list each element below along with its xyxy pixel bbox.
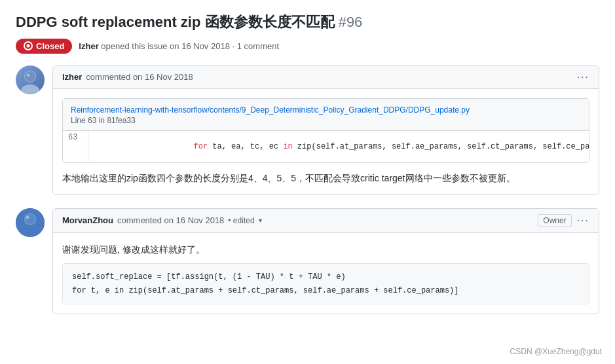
code-row: 63 for ta, ea, tc, ec in zip(self.at_par… xyxy=(63,131,589,162)
svg-point-7 xyxy=(25,214,35,225)
commenter-name-2[interactable]: MorvanZhou xyxy=(62,215,113,225)
comment-body-1: Reinforcement-learning-with-tensorflow/c… xyxy=(53,89,599,194)
closed-icon xyxy=(24,41,33,50)
comment-main-2: MorvanZhou commented on 16 Nov 2018 • ed… xyxy=(52,208,599,314)
comment-header-left-1: lzher commented on 16 Nov 2018 xyxy=(62,72,193,82)
svg-point-1 xyxy=(21,84,39,94)
avatar-lzher xyxy=(16,65,45,94)
comment-date-1: commented on 16 Nov 2018 xyxy=(86,72,193,82)
code-block-line-1: self.soft_replace = [tf.assign(t, (1 - T… xyxy=(72,270,580,283)
commenter-name-1[interactable]: lzher xyxy=(62,72,82,82)
issue-number: #96 xyxy=(339,14,363,30)
comment-header-right-2: Owner ··· xyxy=(538,214,589,227)
page-wrapper: DDPG soft replacement zip 函数参数长度不匹配 #96 … xyxy=(0,0,615,364)
svg-point-9 xyxy=(26,215,29,219)
code-table: 63 for ta, ea, tc, ec in zip(self.at_par… xyxy=(63,131,589,162)
comment-block-2: MorvanZhou commented on 16 Nov 2018 • ed… xyxy=(16,208,599,314)
issue-author-link[interactable]: lzher xyxy=(79,41,98,51)
svg-point-2 xyxy=(25,71,35,82)
closed-badge: Closed xyxy=(16,39,72,54)
status-badge-text: Closed xyxy=(36,41,64,51)
code-ref-file-link[interactable]: Reinforcement-learning-with-tensorflow/c… xyxy=(71,105,470,115)
svg-point-3 xyxy=(27,74,29,77)
issue-title-text: DDPG soft replacement zip 函数参数长度不匹配 xyxy=(16,14,335,30)
avatar-morvan xyxy=(16,208,45,237)
comment-header-left-2: MorvanZhou commented on 16 Nov 2018 • ed… xyxy=(62,215,262,225)
svg-rect-8 xyxy=(21,227,39,237)
comment-body-text-2: 谢谢发现问题, 修改成这样就好了。 xyxy=(62,242,589,257)
comment-block-1: lzher commented on 16 Nov 2018 ··· Reinf… xyxy=(16,65,599,195)
comment-date-2: commented on 16 Nov 2018 xyxy=(117,215,224,225)
edited-label: • edited xyxy=(228,216,254,225)
owner-badge: Owner xyxy=(538,214,571,227)
dots-menu-2[interactable]: ··· xyxy=(577,215,589,227)
issue-meta-row: Closed lzher opened this issue on 16 Nov… xyxy=(16,39,599,54)
code-block-2: self.soft_replace = [tf.assign(t, (1 - T… xyxy=(62,263,589,304)
comment-body-text-1: 本地输出这里的zip函数四个参数的长度分别是4、4、5、5，不匹配会导致crit… xyxy=(62,171,589,185)
issue-title: DDPG soft replacement zip 函数参数长度不匹配 #96 xyxy=(16,13,599,32)
comment-header-2: MorvanZhou commented on 16 Nov 2018 • ed… xyxy=(53,209,599,233)
line-number: 63 xyxy=(63,131,88,162)
code-ref-header: Reinforcement-learning-with-tensorflow/c… xyxy=(63,99,589,131)
dots-menu-1[interactable]: ··· xyxy=(577,71,589,83)
code-block-line-2: for t, e in zip(self.at_params + self.ct… xyxy=(72,284,580,297)
comment-body-2: 谢谢发现问题, 修改成这样就好了。 self.soft_replace = [t… xyxy=(53,233,599,314)
comment-main-1: lzher commented on 16 Nov 2018 ··· Reinf… xyxy=(52,65,599,195)
code-ref-box: Reinforcement-learning-with-tensorflow/c… xyxy=(62,98,589,163)
issue-meta-text: lzher opened this issue on 16 Nov 2018 ·… xyxy=(79,41,279,51)
watermark: CSDN @XueZheng@gdut xyxy=(510,347,602,356)
code-line: for ta, ea, tc, ec in zip(self.at_params… xyxy=(88,131,589,162)
code-ref-sub: Line 63 in 81fea33 xyxy=(71,116,581,125)
edited-dropdown-icon[interactable]: ▾ xyxy=(259,217,262,224)
comment-header-right-1: ··· xyxy=(577,71,589,83)
comment-header-1: lzher commented on 16 Nov 2018 ··· xyxy=(53,66,599,89)
